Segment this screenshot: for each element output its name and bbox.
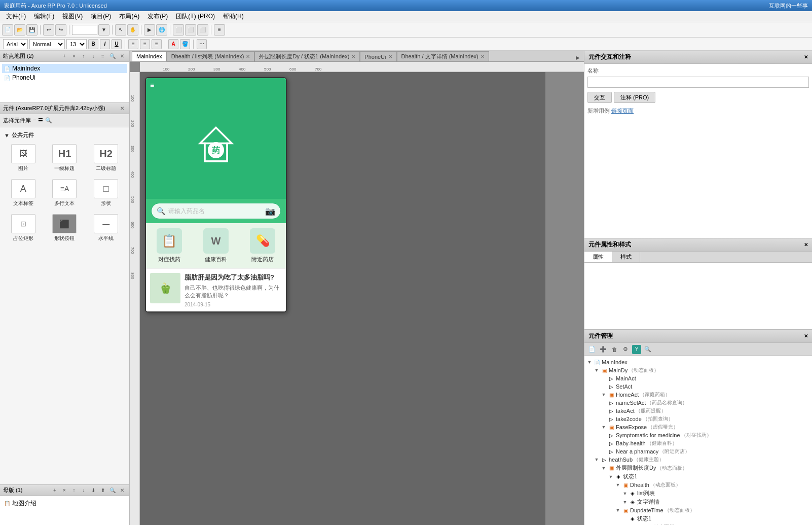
align-right-btn[interactable]: ⬜ [197, 24, 208, 36]
hand-btn[interactable]: ✋ [127, 24, 138, 36]
tree-expand-takeact[interactable] [601, 408, 607, 414]
tab-outer-dy[interactable]: 外层限制长度Dy / 状态1 (MainIndex) ✕ [254, 51, 360, 61]
tree-maindy[interactable]: ▼ ▣ MainDy （动态面板） [586, 366, 810, 374]
tree-expand-take2code[interactable] [601, 416, 607, 422]
nav-jiankang[interactable]: W 健康百科 [203, 228, 229, 263]
tree-text-detail[interactable]: ▼ ◈ 文字详情 [586, 498, 810, 506]
sitemap-item-phoneui[interactable]: 📄 PhoneUi [2, 73, 127, 82]
font-family-select[interactable]: Arial [3, 39, 28, 49]
tree-mainindex[interactable]: ▼ 📄 MainIndex [586, 358, 810, 366]
more-btn[interactable]: ≡ [214, 24, 225, 36]
tree-expand-mainindex[interactable]: ▼ [586, 359, 593, 365]
comp-list-icon[interactable]: ☰ [38, 117, 43, 124]
comp-hline[interactable]: — 水平线 [87, 212, 125, 244]
cm-filter-icon[interactable]: Y [632, 345, 641, 354]
tree-list[interactable]: ▼ ◈ list列表 [586, 489, 810, 498]
comp-search-icon[interactable]: 🔍 [45, 117, 52, 124]
tree-expand-dhealth[interactable]: ▼ [615, 482, 621, 488]
sitemap-search-icon[interactable]: 🔍 [108, 52, 117, 60]
new-btn[interactable]: 📄 [2, 24, 13, 36]
canvas-scroll[interactable]: 100 200 300 400 500 600 700 100 200 300 … [130, 62, 584, 525]
interact-btn[interactable]: 交互 [587, 92, 612, 103]
comp-shape[interactable]: □ 形状 [87, 177, 125, 209]
tree-mainact[interactable]: ▷ MainAct [586, 374, 810, 382]
sitemap-down-icon[interactable]: ↓ [89, 52, 97, 60]
cm-settings-icon[interactable]: ⚙ [621, 345, 630, 354]
font-size-select[interactable]: 13 [66, 39, 87, 49]
tree-dhealth[interactable]: ▼ ▣ Dhealth （动态面板） [586, 481, 810, 489]
tree-expand-setact[interactable] [601, 383, 607, 390]
tree-expand-text-detail[interactable]: ▼ [622, 499, 628, 505]
more-format-btn[interactable]: ⋯ [197, 39, 207, 49]
hint-link[interactable]: 链接页面 [611, 108, 634, 114]
tab-dhealth-list-close[interactable]: ✕ [246, 54, 250, 59]
cm-close-icon[interactable]: ✕ [804, 333, 808, 339]
tree-expand-namesel[interactable] [601, 400, 607, 406]
tree-symptomatic[interactable]: ▷ Symptomatic for medicine （对症找药） [586, 431, 810, 439]
master-item-mapintro[interactable]: 📋 地图介绍 [2, 498, 127, 509]
tree-heathsub[interactable]: ▼ ▷ heathSub （健康主题） [586, 456, 810, 464]
tree-dshare[interactable]: ▼ ▣ Dshare （动态面板） [586, 523, 810, 525]
align-left-btn[interactable]: ⬜ [173, 24, 184, 36]
comp-placeholder[interactable]: ⊡ 占位矩形 [4, 212, 43, 244]
masters-add-icon[interactable]: + [51, 486, 59, 495]
align-center-btn[interactable]: ⬜ [185, 24, 196, 36]
tree-near-pharmacy[interactable]: ▷ Near a pharmacy （附近药店） [586, 447, 810, 456]
menu-edit[interactable]: 编辑(E) [30, 11, 58, 22]
tree-expand-state1-dup[interactable] [622, 516, 628, 522]
sitemap-close-icon[interactable]: ✕ [118, 52, 126, 60]
cm-delete-icon[interactable]: 🗑 [610, 345, 619, 354]
tree-outer-dy[interactable]: ▼ ▣ 外层限制长度Dy （动态面板） [586, 464, 810, 472]
zoom-dropdown[interactable]: ▼ [98, 24, 109, 36]
tree-expand-outer-dy[interactable]: ▼ [601, 465, 607, 471]
tree-nameselact[interactable]: ▷ nameSelAct （药品名称查询） [586, 399, 810, 407]
comp-menu-icon[interactable]: ≡ [33, 118, 36, 124]
tab-phoneui[interactable]: PhoneUi ✕ [360, 51, 396, 61]
tree-expand-faseexpose[interactable]: ▼ [601, 424, 607, 430]
masters-delete-icon[interactable]: × [60, 486, 68, 495]
tab-dhealth-text-close[interactable]: ✕ [481, 54, 485, 59]
menu-help[interactable]: 帮助(H) [219, 11, 248, 22]
sitemap-item-mainindex[interactable]: 📄 MainIndex [2, 64, 127, 73]
cm-add2-icon[interactable]: ➕ [599, 345, 608, 354]
tree-expand-dupdate[interactable]: ▼ [615, 507, 621, 513]
comp-h1[interactable]: H1 一级标题 [46, 142, 84, 174]
comp-close-icon[interactable]: ✕ [118, 104, 126, 113]
preview-btn[interactable]: ▶ [144, 24, 155, 36]
comp-image[interactable]: 🖼 图片 [4, 142, 43, 174]
props-tab-style[interactable]: 样式 [612, 252, 640, 262]
menu-file[interactable]: 文件(F) [2, 11, 30, 22]
masters-export-icon[interactable]: ⬆ [99, 486, 107, 495]
sitemap-up-icon[interactable]: ↑ [80, 52, 88, 60]
masters-up-icon[interactable]: ↑ [70, 486, 78, 495]
bold-btn[interactable]: B [88, 39, 98, 49]
tab-outer-dy-close[interactable]: ✕ [351, 54, 355, 59]
tree-expand-symptomatic[interactable] [601, 432, 607, 438]
tab-dhealth-text[interactable]: Dhealth / 文字详情 (MainIndex) ✕ [397, 51, 489, 61]
tree-expand-baby-health[interactable] [601, 440, 607, 446]
cm-add-icon[interactable]: 📄 [587, 345, 597, 354]
undo-btn[interactable]: ↩ [43, 24, 54, 36]
align-right-text-btn[interactable]: ≡ [152, 39, 162, 49]
tree-expand-maindy[interactable]: ▼ [594, 367, 600, 373]
tree-expand-heathsub[interactable]: ▼ [594, 457, 600, 463]
menu-team[interactable]: 团队(T) (PRO) [172, 11, 219, 22]
menu-layout[interactable]: 布局(A) [115, 11, 143, 22]
align-center-text-btn[interactable]: ≡ [140, 39, 150, 49]
tree-state1-outer[interactable]: ▼ ◈ 状态1 [586, 472, 810, 481]
font-color-btn[interactable]: A [168, 39, 178, 49]
nav-duizheng[interactable]: 📋 对症找药 [157, 228, 182, 263]
comp-multiline-text[interactable]: ≡A 多行文本 [46, 177, 84, 209]
tree-takeact[interactable]: ▷ takeAct （服药提醒） [586, 407, 810, 415]
tree-expand-state1-outer[interactable]: ▼ [608, 474, 614, 480]
tree-expand-list[interactable]: ▼ [622, 491, 628, 497]
sitemap-delete-icon[interactable]: × [70, 52, 78, 60]
cm-search-icon[interactable]: 🔍 [643, 345, 652, 354]
tab-dhealth-list[interactable]: Dhealth / list列表 (MainIndex) ✕ [167, 51, 255, 61]
align-left-text-btn[interactable]: ≡ [128, 39, 138, 49]
tree-take2code[interactable]: ▷ take2code （拍照查询） [586, 415, 810, 423]
masters-close-icon[interactable]: ✕ [118, 486, 126, 495]
interaction-close-icon[interactable]: ✕ [804, 54, 808, 60]
fill-color-btn[interactable]: 🪣 [180, 39, 190, 49]
tree-state1-dupdate[interactable]: ◈ 状态1 [586, 514, 810, 523]
